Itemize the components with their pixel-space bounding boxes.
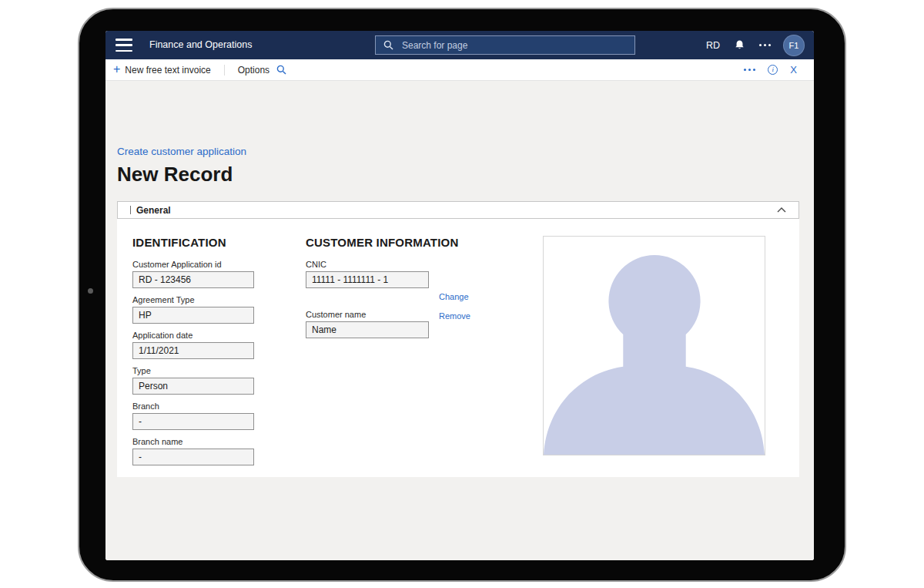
page-content: Create customer application New Record G… <box>105 81 814 560</box>
field-type: Type <box>132 366 254 395</box>
search-icon <box>382 39 394 52</box>
field-label: Agreement Type <box>132 295 254 304</box>
change-photo-link[interactable]: Change <box>439 292 470 301</box>
field-label: Customer Application id <box>132 260 254 269</box>
tablet-frame: Finance and Operations RD F1 + New free <box>78 8 846 582</box>
bell-icon[interactable] <box>733 39 745 52</box>
action-bar: + New free text invoice Options i X <box>105 59 814 81</box>
hamburger-menu-icon[interactable] <box>116 39 132 52</box>
options-button[interactable]: Options <box>238 65 270 76</box>
customer-application-id-input[interactable] <box>132 271 254 288</box>
field-customer-name: Customer name <box>306 310 429 338</box>
field-branch: Branch <box>132 402 254 430</box>
user-avatar[interactable]: F1 <box>784 35 804 55</box>
more-commands-icon[interactable] <box>743 64 755 76</box>
more-options-icon[interactable] <box>758 39 771 52</box>
field-agreement-type: Agreement Type <box>132 295 254 324</box>
field-label: Customer name <box>306 310 429 319</box>
field-label: Type <box>132 366 254 375</box>
photo-links: Change Remove <box>439 292 470 321</box>
chevron-up-icon[interactable] <box>777 207 786 213</box>
customer-information-heading: CUSTOMER INFORMATION <box>306 236 429 249</box>
branch-name-input[interactable] <box>132 449 254 465</box>
application-date-input[interactable] <box>132 342 254 359</box>
general-section: General IDENTIFICATION Customer Applicat… <box>117 201 799 477</box>
topbar-right-cluster: RD F1 <box>706 31 804 59</box>
field-application-date: Application date <box>132 331 254 359</box>
field-label: Branch <box>132 402 254 411</box>
screen: Finance and Operations RD F1 + New free <box>105 31 814 560</box>
environment-label: RD <box>706 40 720 51</box>
actionbar-divider <box>224 65 225 76</box>
field-label: CNIC <box>306 260 429 269</box>
identification-column: IDENTIFICATION Customer Application id A… <box>132 236 254 472</box>
new-free-text-invoice-button[interactable]: + New free text invoice <box>113 65 211 76</box>
field-label: Branch name <box>132 437 254 446</box>
actionbar-right-cluster: i X <box>743 64 797 76</box>
field-customer-application-id: Customer Application id <box>132 260 254 288</box>
field-cnic: CNIC <box>306 260 429 288</box>
page-search-box[interactable] <box>375 35 635 55</box>
new-invoice-label: New free text invoice <box>125 65 210 76</box>
close-icon[interactable]: X <box>790 65 797 75</box>
info-icon[interactable]: i <box>768 65 778 75</box>
branch-input[interactable] <box>132 413 254 430</box>
section-title: General <box>136 205 171 216</box>
field-branch-name: Branch name <box>132 437 254 465</box>
breadcrumb[interactable]: Create customer application <box>117 146 246 157</box>
field-label: Application date <box>132 331 254 340</box>
customer-information-column: CUSTOMER INFORMATION CNIC Customer name … <box>306 236 429 345</box>
agreement-type-input[interactable] <box>132 307 254 324</box>
general-panel: IDENTIFICATION Customer Application id A… <box>117 219 799 477</box>
page-title: New Record <box>117 163 233 186</box>
general-section-header[interactable]: General <box>117 201 799 219</box>
cnic-input[interactable] <box>306 271 429 288</box>
app-title: Finance and Operations <box>149 31 252 59</box>
customer-name-input[interactable] <box>306 321 429 338</box>
customer-photo-placeholder <box>543 236 765 455</box>
action-search-icon[interactable] <box>276 65 286 75</box>
plus-icon: + <box>113 63 120 76</box>
person-placeholder-icon <box>544 237 765 455</box>
camera-dot <box>88 288 93 294</box>
top-nav-bar: Finance and Operations RD F1 <box>105 31 814 59</box>
remove-photo-link[interactable]: Remove <box>439 311 470 321</box>
section-tick <box>130 206 131 214</box>
identification-heading: IDENTIFICATION <box>132 236 254 249</box>
search-input[interactable] <box>400 39 628 52</box>
type-input[interactable] <box>132 378 254 395</box>
